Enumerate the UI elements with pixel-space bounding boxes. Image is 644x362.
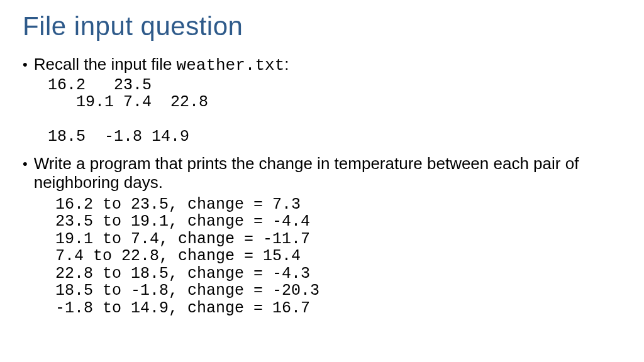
input-file-content: 16.2 23.5 19.1 7.4 22.8 18.5 -1.8 14.9 [48,77,621,146]
bullet-item-2: • Write a program that prints the change… [23,155,621,192]
bullet-text-1: Recall the input file weather.txt: [34,55,621,75]
bullet-marker: • [23,155,28,174]
output-content: 16.2 to 23.5, change = 7.3 23.5 to 19.1,… [55,196,621,317]
bullet-text-2: Write a program that prints the change i… [34,155,621,192]
bullet1-filename: weather.txt [177,56,285,75]
bullet1-suffix: : [284,55,289,74]
slide-title: File input question [23,11,621,41]
bullet-marker: • [23,55,28,75]
bullet1-prefix: Recall the input file [34,55,177,74]
bullet-item-1: • Recall the input file weather.txt: [23,55,621,75]
